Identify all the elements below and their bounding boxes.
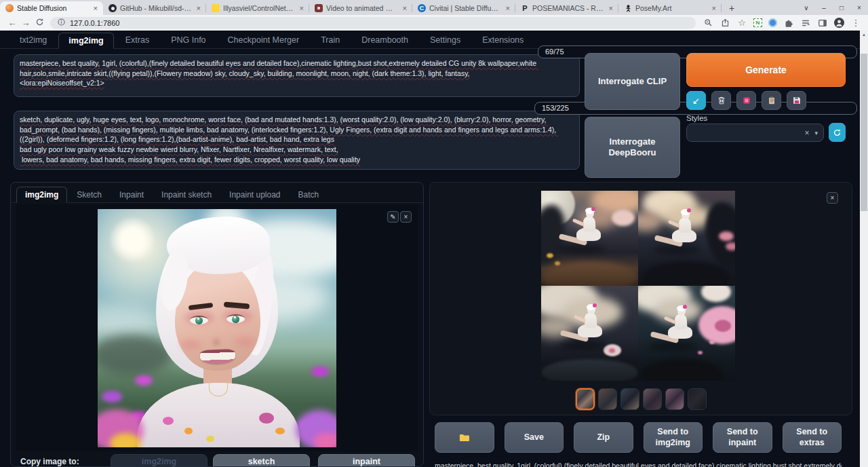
clear-prompt-button[interactable] xyxy=(711,91,731,110)
tab-extensions[interactable]: Extensions xyxy=(472,32,534,48)
clear-styles-icon[interactable]: × xyxy=(804,128,809,138)
save-style-button[interactable] xyxy=(787,91,806,110)
thumbnail-1-selected[interactable] xyxy=(576,388,595,410)
tab-search-chevron-icon[interactable]: ∨ xyxy=(797,4,815,12)
window-controls: ∨ – □ × xyxy=(797,0,868,15)
tab-txt2img[interactable]: txt2img xyxy=(9,32,57,48)
remove-image-button[interactable]: × xyxy=(400,211,412,223)
mode-tab-img2img[interactable]: img2img xyxy=(16,187,67,203)
site-info-icon[interactable] xyxy=(57,18,66,28)
close-tab-icon[interactable]: × xyxy=(505,4,511,12)
figure-hair-flower xyxy=(687,208,691,212)
image-toolbar: ✎ × xyxy=(387,211,412,223)
close-window-button[interactable]: × xyxy=(850,4,868,12)
figure-torso xyxy=(678,218,691,234)
close-tab-icon[interactable]: × xyxy=(608,4,614,12)
input-image-dropzone[interactable]: ✎ × xyxy=(16,204,418,451)
scrollbar-thumb[interactable] xyxy=(861,54,867,211)
address-bar[interactable]: 127.0.0.1:7860 xyxy=(50,17,696,29)
open-folder-button[interactable] xyxy=(435,422,494,453)
tab-extras[interactable]: Extras xyxy=(115,32,159,48)
browser-tab-posemyart[interactable]: PoseMy.Art × xyxy=(618,1,722,15)
new-tab-button[interactable]: + xyxy=(724,1,739,15)
extension-n-icon[interactable]: N xyxy=(753,18,762,27)
styles-label: Styles xyxy=(686,114,707,122)
extra-networks-button[interactable] xyxy=(736,91,756,110)
browser-tab-gif-converter[interactable]: Video to animated GIF converter × xyxy=(309,1,412,15)
mode-tab-inpaint-sketch[interactable]: Inpaint sketch xyxy=(153,187,220,202)
save-button[interactable]: Save xyxy=(505,422,564,453)
bookmark-star-icon[interactable]: ☆ xyxy=(736,18,747,29)
figure-torso xyxy=(583,217,595,232)
share-icon[interactable] xyxy=(719,18,730,29)
close-gallery-button[interactable]: × xyxy=(827,192,838,204)
gallery-image-4[interactable] xyxy=(638,286,735,381)
thumbnail-6[interactable] xyxy=(688,388,707,410)
tab-title: Stable Diffusion xyxy=(17,4,89,12)
scroll-up-arrow[interactable]: ▲ xyxy=(860,31,868,39)
thumbnail-5[interactable] xyxy=(665,388,684,410)
tab-checkpoint-merger[interactable]: Checkpoint Merger xyxy=(218,32,310,48)
edit-image-button[interactable]: ✎ xyxy=(387,211,399,223)
profile-avatar[interactable] xyxy=(834,18,844,28)
sidebar-icon[interactable] xyxy=(817,18,828,29)
menu-dots-icon[interactable]: ⋮ xyxy=(850,18,861,29)
minimize-button[interactable]: – xyxy=(815,4,833,12)
close-tab-icon[interactable]: × xyxy=(195,4,202,12)
generate-button[interactable]: Generate xyxy=(686,53,846,87)
gallery-image-3[interactable] xyxy=(541,286,638,381)
send-to-extras-button[interactable]: Send to extras xyxy=(783,422,842,453)
apply-style-button[interactable] xyxy=(762,91,781,110)
blush-shape xyxy=(180,339,201,350)
reading-list-icon[interactable] xyxy=(800,18,811,29)
read-parameters-button[interactable]: ↙ xyxy=(686,91,706,110)
negative-prompt-input[interactable]: sketch, duplicate, ugly, huge eyes, text… xyxy=(14,111,580,170)
mode-tab-inpaint[interactable]: Inpaint xyxy=(111,187,152,202)
interrogate-deepbooru-button[interactable]: Interrogate DeepBooru xyxy=(585,117,680,178)
tab-train[interactable]: Train xyxy=(311,32,350,48)
zip-button[interactable]: Zip xyxy=(574,422,633,453)
gallery-image-1[interactable] xyxy=(541,191,638,286)
close-tab-icon[interactable]: × xyxy=(298,4,305,12)
prompt-input[interactable]: masterpiece, best quality, 1girl, (color… xyxy=(14,54,580,97)
gallery-image-2[interactable] xyxy=(638,191,735,286)
tab-settings[interactable]: Settings xyxy=(420,32,471,48)
chevron-down-icon[interactable]: ▾ xyxy=(814,130,818,136)
zoom-icon[interactable] xyxy=(703,18,713,29)
browser-tab-stable-diffusion[interactable]: Stable Diffusion × xyxy=(0,1,103,15)
thumbnail-2[interactable] xyxy=(598,388,617,410)
copy-to-sketch-button[interactable]: sketch xyxy=(213,454,310,467)
tab-png-info[interactable]: PNG Info xyxy=(161,32,216,48)
tab-img2img[interactable]: img2img xyxy=(58,33,113,49)
mode-tab-batch[interactable]: Batch xyxy=(290,187,328,202)
interrogate-clip-button[interactable]: Interrogate CLIP xyxy=(585,53,680,110)
extensions-puzzle-icon[interactable] xyxy=(783,18,794,29)
mode-tab-inpaint-upload[interactable]: Inpaint upload xyxy=(221,187,288,202)
close-tab-icon[interactable]: × xyxy=(401,4,408,12)
browser-tab-github[interactable]: GitHub - Mikubill/sd-webui-co... × xyxy=(103,1,206,15)
extension-blue-icon[interactable] xyxy=(768,18,777,27)
mode-tab-sketch[interactable]: Sketch xyxy=(68,187,110,202)
figure-shadow xyxy=(649,341,696,351)
browser-tab-controlnet[interactable]: Illyasviel/ControlNet at main × xyxy=(206,1,309,15)
thumbnail-3[interactable] xyxy=(620,388,639,410)
reload-button[interactable] xyxy=(33,18,46,29)
styles-dropdown[interactable]: × ▾ xyxy=(686,124,824,142)
tab-dreambooth[interactable]: Dreambooth xyxy=(351,32,418,48)
forward-button[interactable]: → xyxy=(19,18,33,28)
close-tab-icon[interactable]: × xyxy=(711,4,717,12)
browser-tab-posemaniacs[interactable]: P POSEMANIACS - Royalty free 3... × xyxy=(515,1,618,15)
input-image-portrait[interactable] xyxy=(98,209,336,447)
close-tab-icon[interactable]: × xyxy=(92,4,99,12)
dress-flower-shape xyxy=(206,436,214,442)
browser-scrollbar[interactable]: ▲ xyxy=(860,31,868,467)
dress-flower-shape xyxy=(259,413,274,424)
back-button[interactable]: ← xyxy=(5,18,19,28)
thumbnail-4[interactable] xyxy=(643,388,662,410)
refresh-styles-button[interactable] xyxy=(829,123,846,142)
maximize-button[interactable]: □ xyxy=(833,4,850,12)
copy-to-inpaint-button[interactable]: inpaint xyxy=(318,454,415,467)
browser-tab-civitai[interactable]: C Civitai | Stable Diffusion model... × xyxy=(412,1,515,15)
send-to-img2img-button[interactable]: Send to img2img xyxy=(644,422,703,453)
send-to-inpaint-button[interactable]: Send to inpaint xyxy=(713,422,772,453)
